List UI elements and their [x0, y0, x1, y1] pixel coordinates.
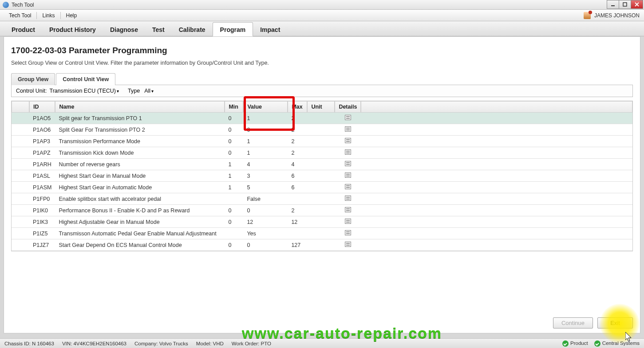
col-details[interactable]: Details: [335, 101, 361, 113]
cell-id: P1AO6: [29, 124, 55, 136]
cell-value[interactable]: 1: [243, 113, 288, 124]
cell-value[interactable]: 1: [243, 136, 288, 147]
cell-details[interactable]: [335, 113, 361, 124]
cell-details[interactable]: [335, 205, 361, 216]
table-row[interactable]: P1APZTransmission Kick down Mode012: [12, 147, 632, 159]
tab-group-view[interactable]: Group View: [11, 73, 55, 85]
details-icon[interactable]: [345, 126, 351, 132]
row-select-cell[interactable]: [12, 182, 29, 193]
cell-value[interactable]: 1: [243, 147, 288, 159]
details-icon[interactable]: [345, 184, 351, 189]
table-row[interactable]: P1IK3Highest Adjustable Gear in Manual M…: [12, 216, 632, 228]
details-icon[interactable]: [345, 196, 351, 201]
col-value[interactable]: Value: [243, 101, 288, 113]
row-select-cell[interactable]: [12, 170, 29, 182]
table-row[interactable]: P1JZ7Start Gear Depend On ECS Manual Con…: [12, 239, 632, 251]
row-select-cell[interactable]: [12, 147, 29, 159]
control-unit-dropdown[interactable]: Transmission ECU (TECU): [49, 88, 119, 94]
table-row[interactable]: P1IK0Performance Bonus II - Enable K-D a…: [12, 205, 632, 216]
table-row[interactable]: P1AP3Transmission Performance Mode012: [12, 136, 632, 147]
row-select-cell[interactable]: [12, 228, 29, 239]
cell-details[interactable]: [335, 228, 361, 239]
cell-details[interactable]: [335, 182, 361, 193]
cell-details[interactable]: [335, 159, 361, 170]
type-label: Type: [128, 88, 140, 94]
cell-name: Enable splitbox start with accelrator pe…: [55, 193, 225, 205]
cell-details[interactable]: [335, 147, 361, 159]
table-row[interactable]: P1FP0Enable splitbox start with accelrat…: [12, 193, 632, 205]
row-select-cell[interactable]: [12, 193, 29, 205]
close-button[interactable]: [631, 0, 643, 9]
details-icon[interactable]: [345, 115, 351, 120]
cell-max: 4: [288, 159, 307, 170]
exit-button[interactable]: Exit: [597, 317, 633, 328]
notification-icon[interactable]: [584, 12, 591, 19]
row-select-cell[interactable]: [12, 205, 29, 216]
tab-control-unit-view[interactable]: Control Unit View: [56, 73, 115, 85]
cell-details[interactable]: [335, 239, 361, 251]
row-select-cell[interactable]: [12, 124, 29, 136]
details-icon[interactable]: [345, 219, 351, 224]
nav-test[interactable]: Test: [145, 23, 172, 36]
details-icon[interactable]: [345, 172, 351, 178]
menu-tech-tool[interactable]: Tech Tool: [4, 10, 36, 21]
nav-program[interactable]: Program: [213, 22, 253, 36]
col-min[interactable]: Min: [225, 101, 243, 113]
details-icon[interactable]: [345, 161, 351, 166]
maximize-button[interactable]: [619, 0, 631, 9]
cell-value[interactable]: 4: [243, 159, 288, 170]
statusbar: Chassis ID: N 160463 VIN: 4V4KC9EH2EN160…: [0, 338, 644, 348]
row-select-cell[interactable]: [12, 159, 29, 170]
cell-value[interactable]: 0: [243, 124, 288, 136]
table-row[interactable]: P1AO6Split Gear For Transmission PTO 200…: [12, 124, 632, 136]
row-select-cell[interactable]: [12, 113, 29, 124]
nav-diagnose[interactable]: Diagnose: [103, 23, 145, 36]
cell-value[interactable]: 5: [243, 182, 288, 193]
minimize-button[interactable]: [607, 0, 619, 9]
cell-min: 0: [225, 147, 243, 159]
row-select-cell[interactable]: [12, 136, 29, 147]
col-spacer: [361, 101, 632, 113]
menu-separator: [36, 12, 37, 19]
table-row[interactable]: P1ARHNumber of reverse gears144: [12, 159, 632, 170]
nav-calibrate[interactable]: Calibrate: [172, 23, 213, 36]
cell-name: Split gear for Transmission PTO 1: [55, 113, 225, 124]
cell-unit: [307, 147, 335, 159]
status-central-systems: Central Systems: [594, 340, 640, 347]
menu-help[interactable]: Help: [62, 10, 82, 21]
nav-product-history[interactable]: Product History: [42, 23, 103, 36]
cell-details[interactable]: [335, 170, 361, 182]
cell-value[interactable]: 0: [243, 205, 288, 216]
table-row[interactable]: P1IZ5Transmisson Automatic Pedal Gear En…: [12, 228, 632, 239]
cell-details[interactable]: [335, 124, 361, 136]
col-id[interactable]: ID: [29, 101, 55, 113]
cell-value[interactable]: 3: [243, 170, 288, 182]
details-icon[interactable]: [345, 242, 351, 247]
menu-links[interactable]: Links: [38, 10, 59, 21]
col-max[interactable]: Max: [288, 101, 307, 113]
col-name[interactable]: Name: [55, 101, 225, 113]
cell-value[interactable]: False: [243, 193, 288, 205]
cell-value[interactable]: Yes: [243, 228, 288, 239]
type-dropdown[interactable]: All: [144, 88, 180, 94]
footer-actions: Continue Exit: [553, 317, 633, 328]
details-icon[interactable]: [345, 207, 351, 212]
nav-product[interactable]: Product: [4, 23, 42, 36]
details-icon[interactable]: [345, 149, 351, 155]
cell-details[interactable]: [335, 136, 361, 147]
details-icon[interactable]: [345, 230, 351, 235]
table-row[interactable]: P1ASMHighest Start Gear in Automatic Mod…: [12, 182, 632, 193]
nav-impact[interactable]: Impact: [253, 23, 287, 36]
table-row[interactable]: P1AO5Split gear for Transmission PTO 101…: [12, 113, 632, 124]
row-select-cell[interactable]: [12, 239, 29, 251]
details-icon[interactable]: [345, 138, 351, 143]
cell-value[interactable]: 0: [243, 239, 288, 251]
cell-value[interactable]: 12: [243, 216, 288, 228]
row-select-cell[interactable]: [12, 216, 29, 228]
col-unit[interactable]: Unit: [307, 101, 335, 113]
cell-details[interactable]: [335, 216, 361, 228]
cell-details[interactable]: [335, 193, 361, 205]
table-row[interactable]: P1ASLHighest Start Gear in Manual Mode13…: [12, 170, 632, 182]
cell-min: 0: [225, 113, 243, 124]
cell-max: 127: [288, 239, 307, 251]
